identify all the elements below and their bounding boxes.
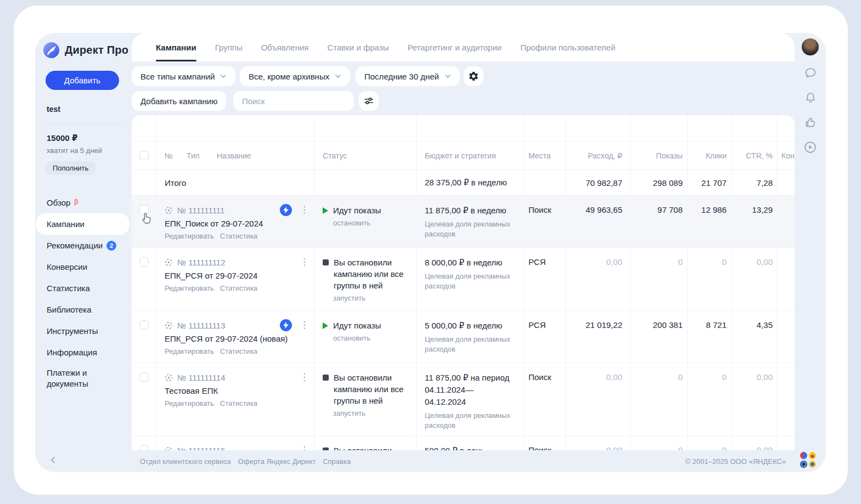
budget-cell: 8 000,00 ₽ в неделю Целевая доля рекламн…	[425, 257, 518, 291]
row-checkbox[interactable]	[139, 372, 149, 382]
stats-link[interactable]: Статистика	[220, 284, 257, 292]
status-action-link[interactable]: запустить	[333, 409, 407, 417]
stats-link[interactable]: Статистика	[220, 347, 257, 355]
strategy-label: Целевая доля рекламных расходов	[425, 335, 518, 354]
footer-link[interactable]: Справка	[323, 457, 351, 466]
clicks-value: 0	[687, 257, 727, 267]
table-header-row: № Тип Название Статус Бюджет и стратегия…	[132, 141, 795, 170]
sidebar-menu-item[interactable]: Рекомендации 2	[35, 235, 132, 256]
period-filter[interactable]: Последние 30 дней	[356, 66, 460, 86]
status-action-link[interactable]: остановить	[333, 334, 407, 342]
header-budget[interactable]: Бюджет и стратегия	[425, 151, 496, 160]
campaign-name[interactable]: ЕПК_Поиск от 29-07-2024	[165, 219, 307, 228]
top-tab[interactable]: Профили пользователей	[520, 33, 615, 61]
beta-badge: β	[74, 196, 78, 207]
add-button[interactable]: Добавить	[46, 71, 119, 90]
top-tab[interactable]: Кампании	[156, 33, 196, 61]
play-circle-icon[interactable]	[803, 140, 818, 154]
yandex-services-icon[interactable]	[800, 452, 816, 468]
strategy-label: Целевая доля рекламных расходов	[425, 219, 518, 239]
sidebar-menu-item[interactable]: Информация	[35, 342, 132, 363]
row-checkbox[interactable]	[139, 320, 149, 330]
header-name[interactable]: Название	[217, 151, 251, 160]
campaign-cell: № 111111115 ⋮ Редактировать Статистика	[165, 444, 307, 450]
row-menu-button[interactable]: ⋮	[300, 204, 309, 216]
account-name[interactable]: test	[47, 105, 60, 114]
header-conversions[interactable]: Конверсии	[781, 151, 795, 160]
chat-icon[interactable]	[803, 66, 818, 80]
sidebar-menu-item[interactable]: Статистика	[35, 278, 132, 299]
top-tab[interactable]: Объявления	[261, 33, 309, 61]
header-places[interactable]: Места	[528, 151, 551, 160]
right-rail	[795, 33, 826, 472]
row-menu-button[interactable]: ⋮	[300, 444, 309, 450]
campaign-row: № 111111114 ⋮ Тестовая ЕПК Редактировать…	[132, 363, 795, 436]
top-tab-label: Группы	[215, 43, 243, 52]
advanced-filters-button[interactable]	[359, 91, 379, 111]
campaign-row: № 111111111 ⋮ ЕПК_Поиск от 29-07-2024 Ре…	[132, 196, 795, 248]
sidebar-menu-item[interactable]: Платежи и документы	[35, 363, 132, 394]
spend-value: 49 963,65	[565, 205, 622, 214]
header-type[interactable]: Тип	[187, 151, 199, 160]
campaign-name[interactable]: ЕПК_РСЯ от 29-07-2024	[165, 271, 307, 280]
budget-cell: 5 000,00 ₽ в неделю Целевая доля рекламн…	[425, 320, 518, 354]
footer-link[interactable]: Отдел клиентского сервиса	[140, 457, 231, 466]
collapse-sidebar-button[interactable]	[48, 455, 59, 466]
edit-link[interactable]: Редактировать	[165, 399, 214, 407]
status-action-link[interactable]: запустить	[333, 294, 407, 302]
row-checkbox[interactable]	[139, 257, 149, 267]
row-checkbox[interactable]	[139, 205, 149, 214]
campaign-cell: № 111111111 ⋮ ЕПК_Поиск от 29-07-2024 Ре…	[165, 204, 307, 240]
sidebar-menu-item[interactable]: Кампании	[36, 213, 129, 235]
campaign-type-filter[interactable]: Все типы кампаний	[132, 66, 235, 86]
header-ctr[interactable]: CTR, %	[732, 151, 773, 160]
stats-link[interactable]: Статистика	[220, 399, 257, 407]
header-status[interactable]: Статус	[323, 151, 347, 160]
table-settings-button[interactable]	[464, 66, 483, 86]
top-tab[interactable]: Группы	[215, 33, 243, 61]
status-action-link[interactable]: остановить	[333, 219, 407, 227]
header-shows[interactable]: Показы	[630, 151, 683, 160]
top-tab[interactable]: Ставки и фразы	[327, 33, 389, 61]
campaign-name[interactable]: Тестовая ЕПК	[165, 386, 307, 395]
sidebar-menu-item[interactable]: Конверсии	[35, 256, 132, 278]
budget-line: 500,00 ₽ в день	[425, 445, 518, 450]
campaign-row: № 111111112 ⋮ ЕПК_РСЯ от 29-07-2024 Реда…	[132, 248, 795, 311]
header-clicks[interactable]: Клики	[687, 151, 727, 160]
edit-link[interactable]: Редактировать	[165, 347, 214, 355]
topup-button[interactable]: Пополнить	[46, 161, 95, 175]
row-menu-button[interactable]: ⋮	[300, 319, 309, 331]
budget-line: 11 875,00 ₽ на период	[425, 372, 518, 384]
budget-line: 04.11.2024—	[425, 384, 518, 396]
shows-value: 200 381	[630, 320, 683, 330]
chevron-down-icon	[444, 73, 451, 80]
sidebar-menu-item[interactable]: Библиотека	[35, 299, 132, 320]
brand-title: Директ Про	[65, 44, 128, 56]
stats-link[interactable]: Статистика	[220, 232, 257, 240]
top-tab[interactable]: Ретаргетинг и аудитории	[407, 33, 502, 61]
sidebar-menu-item-label: Обзор	[47, 197, 70, 208]
header-spend[interactable]: Расход, ₽	[565, 151, 622, 160]
select-all-checkbox[interactable]	[139, 151, 149, 160]
shows-value: 0	[630, 257, 683, 267]
row-menu-button[interactable]: ⋮	[300, 256, 309, 268]
campaign-name[interactable]: ЕПК_РСЯ от 29-07-2024 (новая)	[165, 334, 307, 343]
add-campaign-button[interactable]: Добавить кампанию	[132, 91, 226, 111]
sidebar-menu-item[interactable]: Обзор β	[35, 192, 132, 213]
sidebar-menu: Обзор β Кампании Рекомендации 2 Конверси…	[35, 192, 132, 394]
edit-link[interactable]: Редактировать	[165, 284, 214, 292]
user-avatar[interactable]	[802, 38, 819, 55]
row-menu-button[interactable]: ⋮	[300, 371, 309, 383]
header-num[interactable]: №	[165, 151, 173, 160]
search-input[interactable]	[233, 91, 354, 111]
thumbs-up-icon[interactable]	[803, 115, 818, 129]
top-tab-label: Кампании	[156, 43, 196, 52]
row-checkbox[interactable]	[139, 445, 149, 450]
sidebar-menu-item[interactable]: Инструменты	[35, 320, 132, 342]
status-icon	[323, 375, 329, 381]
archive-state-filter[interactable]: Все, кроме архивных	[240, 66, 350, 86]
footer-link[interactable]: Оферта Яндекс Директ	[238, 457, 316, 466]
status-text: Вы остановили кампанию или все группы в …	[334, 257, 407, 291]
edit-link[interactable]: Редактировать	[165, 232, 214, 240]
bell-icon[interactable]	[803, 90, 818, 105]
